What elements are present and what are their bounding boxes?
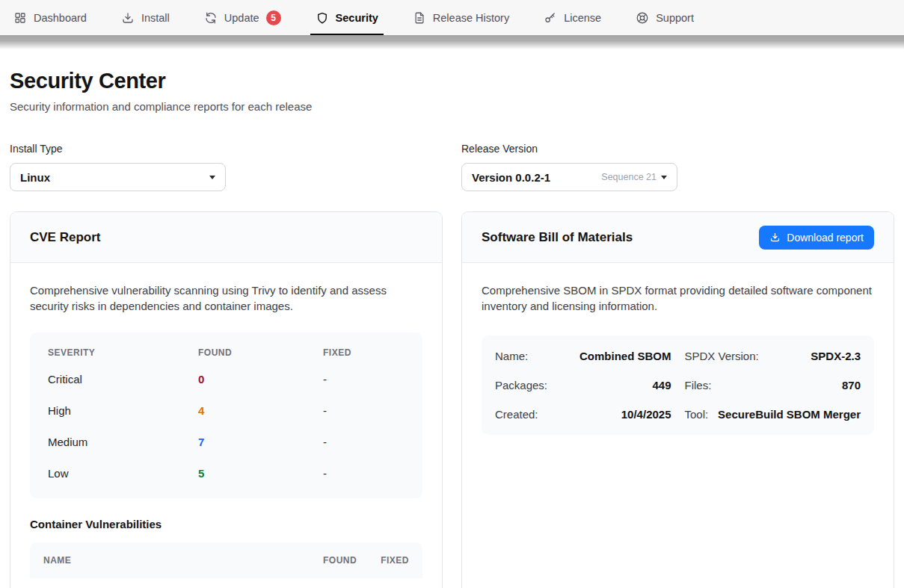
- found-col-header: FOUND: [323, 555, 357, 566]
- nav-item-security[interactable]: Security: [316, 0, 378, 35]
- severity-label: Low: [48, 467, 198, 480]
- sbom-detail-packages: Packages: 449: [495, 371, 671, 400]
- severity-col-header: SEVERITY: [48, 347, 198, 358]
- found-count: 4: [198, 404, 323, 417]
- sbom-title: Software Bill of Materials: [482, 230, 633, 245]
- nav-item-install[interactable]: Install: [121, 0, 170, 35]
- sbom-detail-name: Name: Combined SBOM: [495, 341, 671, 371]
- detail-label: Name:: [495, 350, 528, 362]
- release-version-filter: Release Version Version 0.0.2-1 Sequence…: [461, 143, 894, 191]
- sbom-detail-tool: Tool: SecureBuild SBOM Merger: [685, 400, 861, 429]
- sbom-header: Software Bill of Materials Download repo…: [462, 212, 894, 263]
- cards-grid: CVE Report Comprehensive vulnerability s…: [10, 211, 894, 588]
- nav-label: Install: [141, 12, 170, 24]
- detail-value: 870: [842, 379, 861, 392]
- nav-item-support[interactable]: Support: [636, 0, 694, 35]
- sbom-detail-spdx-version: SPDX Version: SPDX-2.3: [685, 341, 861, 371]
- found-count: 0: [198, 373, 323, 386]
- sbom-detail-created: Created: 10/4/2025: [495, 400, 671, 429]
- sbom-description: Comprehensive SBOM in SPDX format provid…: [482, 282, 874, 315]
- severity-label: Critical: [48, 373, 198, 386]
- nav-label: Security: [336, 12, 378, 24]
- fixed-count: -: [323, 373, 405, 386]
- severity-table-header: SEVERITY FOUND FIXED: [48, 340, 405, 364]
- dashboard-grid-icon: [13, 11, 27, 25]
- nav-label: Dashboard: [34, 12, 87, 24]
- container-vulnerabilities-header: NAME FOUND FIXED: [30, 542, 422, 578]
- severity-table: SEVERITY FOUND FIXED Critical 0 - High 4…: [30, 332, 422, 498]
- page-title: Security Center: [10, 69, 894, 93]
- download-report-button[interactable]: Download report: [759, 226, 874, 250]
- sbom-details: Name: Combined SBOM SPDX Version: SPDX-2…: [482, 335, 874, 435]
- install-type-select[interactable]: Linux: [10, 163, 226, 191]
- release-version-select[interactable]: Version 0.0.2-1 Sequence 21: [461, 163, 677, 191]
- nav-item-license[interactable]: License: [544, 0, 601, 35]
- fixed-count: -: [323, 467, 405, 480]
- table-row-medium: Medium 7 -: [48, 427, 405, 458]
- chevron-down-icon: [209, 176, 215, 179]
- table-row-high: High 4 -: [48, 395, 405, 427]
- detail-label: Created:: [495, 408, 538, 421]
- release-sequence-label: Sequence 21: [601, 172, 657, 182]
- nav-item-release-history[interactable]: Release History: [413, 0, 509, 35]
- download-icon: [121, 11, 135, 25]
- sbom-detail-files: Files: 870: [685, 371, 861, 400]
- nav-item-dashboard[interactable]: Dashboard: [13, 0, 87, 35]
- found-col-header: FOUND: [198, 347, 323, 358]
- table-row-low: Low 5 -: [48, 458, 405, 489]
- detail-value: 10/4/2025: [621, 408, 671, 421]
- cve-report-body: Comprehensive vulnerability scanning usi…: [10, 263, 442, 588]
- severity-label: Medium: [48, 436, 198, 448]
- release-version-label: Release Version: [461, 143, 894, 155]
- refresh-icon: [204, 11, 218, 25]
- shield-icon: [316, 11, 329, 25]
- page-content: Security Center Security information and…: [0, 69, 904, 588]
- nav-label: Support: [656, 12, 694, 24]
- nav-label: Release History: [433, 12, 509, 24]
- filters-row: Install Type Linux Release Version Versi…: [10, 143, 894, 191]
- cve-report-header: CVE Report: [10, 212, 442, 263]
- install-type-value: Linux: [20, 171, 50, 184]
- page-subtitle: Security information and compliance repo…: [10, 100, 894, 113]
- detail-value: 449: [652, 379, 671, 392]
- sbom-card: Software Bill of Materials Download repo…: [461, 211, 894, 588]
- severity-label: High: [48, 404, 198, 417]
- detail-label: Tool:: [685, 408, 709, 421]
- detail-label: SPDX Version:: [685, 350, 759, 362]
- detail-value: SecureBuild SBOM Merger: [718, 408, 861, 421]
- lifebuoy-icon: [636, 11, 649, 25]
- update-count-badge: 5: [266, 10, 281, 25]
- table-row-critical: Critical 0 -: [48, 364, 405, 395]
- found-count: 7: [198, 436, 323, 448]
- cve-report-title: CVE Report: [30, 230, 100, 245]
- nav-label: Update: [224, 12, 259, 24]
- cve-report-card: CVE Report Comprehensive vulnerability s…: [10, 211, 443, 588]
- key-icon: [544, 11, 557, 25]
- top-nav: Dashboard Install Update 5 Security Rele…: [0, 0, 904, 35]
- cve-report-description: Comprehensive vulnerability scanning usi…: [30, 282, 422, 315]
- fixed-col-header: FIXED: [323, 347, 405, 358]
- detail-label: Packages:: [495, 379, 547, 392]
- sbom-body: Comprehensive SBOM in SPDX format provid…: [462, 263, 894, 454]
- name-col-header: NAME: [43, 555, 299, 566]
- fixed-count: -: [323, 404, 405, 417]
- nav-item-update[interactable]: Update 5: [204, 0, 281, 35]
- release-version-value: Version 0.0.2-1: [472, 171, 550, 184]
- found-count: 5: [198, 467, 323, 480]
- detail-value: Combined SBOM: [579, 350, 671, 362]
- chevron-down-icon: [661, 176, 667, 179]
- document-icon: [413, 11, 426, 25]
- detail-label: Files:: [685, 379, 712, 392]
- nav-shadow-divider: [0, 35, 904, 49]
- download-icon: [769, 232, 781, 243]
- install-type-label: Install Type: [10, 143, 443, 155]
- nav-label: License: [564, 12, 601, 24]
- fixed-col-header: FIXED: [381, 555, 409, 566]
- install-type-filter: Install Type Linux: [10, 143, 443, 191]
- detail-value: SPDX-2.3: [811, 350, 861, 362]
- download-report-label: Download report: [787, 232, 864, 244]
- fixed-count: -: [323, 436, 405, 448]
- container-vulnerabilities-title: Container Vulnerabilities: [30, 518, 422, 530]
